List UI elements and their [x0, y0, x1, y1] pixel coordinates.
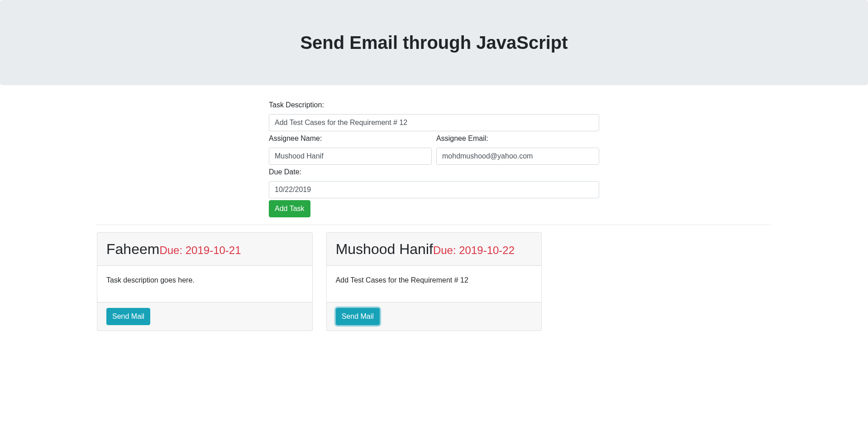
main-container: Task Description: Assignee Name: Assigne… [90, 100, 778, 331]
assignee-email-label: Assignee Email: [436, 133, 488, 144]
due-date-input[interactable] [269, 181, 599, 198]
task-card-header: FaheemDue: 2019-10-21 [97, 233, 312, 266]
send-mail-button[interactable]: Send Mail [106, 308, 150, 325]
task-card-column: FaheemDue: 2019-10-21Task description go… [90, 232, 320, 331]
task-description-input[interactable] [269, 114, 599, 131]
task-card-footer: Send Mail [327, 302, 542, 331]
task-card-column: Mushood HanifDue: 2019-10-22Add Test Cas… [320, 232, 549, 331]
assignee-name-input[interactable] [269, 148, 432, 165]
task-card-assignee: Mushood Hanif [336, 241, 433, 257]
task-card-description: Task description goes here. [106, 275, 303, 286]
assignee-email-input[interactable] [436, 148, 599, 165]
task-card-body: Add Test Cases for the Requirement # 12 [327, 266, 542, 302]
add-task-button[interactable]: Add Task [269, 200, 310, 217]
assignee-name-label: Assignee Name: [269, 133, 322, 144]
divider [97, 225, 771, 225]
send-mail-button[interactable]: Send Mail [336, 308, 380, 325]
task-card-assignee: Faheem [106, 241, 159, 257]
page-title: Send Email through JavaScript [14, 29, 854, 56]
task-description-label: Task Description: [269, 100, 324, 110]
page-header: Send Email through JavaScript [0, 0, 868, 85]
task-card: FaheemDue: 2019-10-21Task description go… [97, 232, 313, 331]
task-card-header: Mushood HanifDue: 2019-10-22 [327, 233, 542, 266]
task-card-due: Due: 2019-10-22 [433, 244, 515, 256]
task-card-description: Add Test Cases for the Requirement # 12 [336, 275, 533, 286]
due-date-label: Due Date: [269, 167, 301, 178]
task-card-body: Task description goes here. [97, 266, 312, 302]
task-cards-row: FaheemDue: 2019-10-21Task description go… [90, 232, 778, 331]
task-card-footer: Send Mail [97, 302, 312, 331]
task-card: Mushood HanifDue: 2019-10-22Add Test Cas… [326, 232, 542, 331]
task-card-due: Due: 2019-10-21 [159, 244, 241, 256]
task-form: Task Description: Assignee Name: Assigne… [262, 100, 606, 217]
